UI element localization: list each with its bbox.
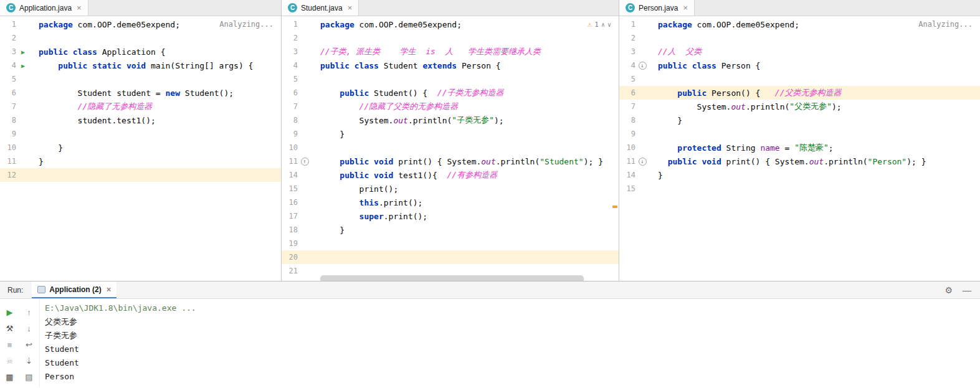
- gutter[interactable]: 9: [619, 130, 658, 138]
- code-line[interactable]: 4↓public class Person {: [619, 59, 980, 72]
- gutter[interactable]: 2: [0, 34, 39, 42]
- scroll-to-end-icon[interactable]: ⇣: [19, 353, 39, 369]
- code-line[interactable]: 10 protected String name = "陈楚豪";: [619, 141, 980, 154]
- close-icon[interactable]: ×: [683, 3, 688, 12]
- gutter[interactable]: 21: [282, 267, 320, 275]
- gutter[interactable]: 10: [619, 143, 658, 152]
- gutter[interactable]: 5: [0, 75, 39, 83]
- down-stack-trace-icon[interactable]: ↓: [19, 320, 39, 336]
- code-line[interactable]: 6 Student student = new Student();: [0, 86, 281, 100]
- close-icon[interactable]: ×: [107, 285, 112, 294]
- code-line[interactable]: 11}: [0, 154, 281, 168]
- code-line[interactable]: 2: [282, 31, 619, 45]
- code-line[interactable]: 19: [282, 237, 619, 250]
- gutter[interactable]: 4: [282, 61, 320, 70]
- gutter[interactable]: 1: [0, 20, 39, 29]
- gutter[interactable]: 6: [0, 88, 39, 97]
- hide-panel-icon[interactable]: —: [963, 285, 971, 295]
- rerun-icon[interactable]: ▶: [0, 304, 19, 320]
- gutter[interactable]: 8: [0, 116, 39, 125]
- close-icon[interactable]: ×: [77, 3, 82, 12]
- gutter[interactable]: 10: [282, 143, 320, 152]
- gutter[interactable]: 2: [282, 34, 320, 42]
- soft-wrap-icon[interactable]: ↩: [19, 336, 39, 353]
- inspection-widget[interactable]: ⚠1∧∨: [588, 20, 611, 29]
- code-line[interactable]: 9 }: [282, 127, 619, 141]
- prev-problem-icon[interactable]: ∧: [601, 21, 605, 28]
- overridden-method-icon[interactable]: ↓: [639, 62, 647, 70]
- gutter[interactable]: 6: [619, 88, 658, 97]
- up-stack-trace-icon[interactable]: ↑: [19, 304, 39, 320]
- next-problem-icon[interactable]: ∨: [607, 21, 611, 28]
- tab-application-java[interactable]: C Application.java ×: [0, 0, 88, 16]
- gutter[interactable]: 2: [619, 34, 658, 42]
- code-line[interactable]: 10: [282, 141, 619, 154]
- stop-icon[interactable]: ■: [0, 336, 19, 353]
- gutter[interactable]: 19: [282, 239, 320, 248]
- code-line[interactable]: 2: [0, 31, 281, 45]
- kill-process-icon[interactable]: ☠: [0, 353, 19, 369]
- code-line[interactable]: 7 //隐藏了无参构造器: [0, 100, 281, 113]
- gutter[interactable]: 8: [282, 116, 320, 125]
- code-line[interactable]: 4public class Student extends Person {: [282, 59, 619, 72]
- code-line[interactable]: 17 super.print();: [282, 209, 619, 223]
- gutter[interactable]: 3: [619, 47, 658, 56]
- code-line[interactable]: 1package com.OOP.deme05expend;Analyzing.…: [0, 17, 281, 31]
- gutter[interactable]: 5: [282, 75, 320, 83]
- gutter[interactable]: 7: [282, 102, 320, 111]
- console-output[interactable]: E:\Java\JDK1.8\bin\java.exe ...父类无参子类无参S…: [40, 299, 980, 387]
- code-line[interactable]: 8 System.out.println("子类无参");: [282, 113, 619, 127]
- code-line[interactable]: 15 print();: [282, 182, 619, 196]
- gutter[interactable]: 9: [0, 130, 39, 138]
- code-line[interactable]: 1package com.OOP.deme05expend;Analyzing.…: [619, 17, 980, 31]
- code-line[interactable]: 12: [0, 168, 281, 182]
- code-line[interactable]: 3▶public class Application {: [0, 45, 281, 59]
- gutter[interactable]: 4↓: [619, 61, 658, 70]
- code-line[interactable]: 7 System.out.println("父类无参");: [619, 100, 980, 113]
- gutter[interactable]: 14: [619, 171, 658, 179]
- code-line[interactable]: 18 }: [282, 223, 619, 237]
- gutter[interactable]: 11↓: [619, 157, 658, 166]
- code-line[interactable]: 16 this.print();: [282, 196, 619, 209]
- code-editor-student[interactable]: 1package com.OOP.deme05expend;⚠1∧∨23//子类…: [282, 16, 619, 278]
- code-editor-person[interactable]: 1package com.OOP.deme05expend;Analyzing.…: [619, 16, 980, 196]
- code-line[interactable]: 5: [619, 72, 980, 86]
- code-line[interactable]: 14 public void test1(){ //有参构造器: [282, 168, 619, 182]
- code-line[interactable]: 11↑ public void print() { System.out.pri…: [282, 154, 619, 168]
- gutter[interactable]: 20: [282, 253, 320, 262]
- scrollbar-warning-mark[interactable]: [612, 206, 617, 208]
- gutter[interactable]: 17: [282, 212, 320, 220]
- gutter[interactable]: 1: [619, 20, 658, 29]
- gutter[interactable]: 8: [619, 116, 658, 125]
- gutter[interactable]: 15: [619, 184, 658, 193]
- gutter[interactable]: 1: [282, 20, 320, 29]
- tab-student-java[interactable]: C Student.java ×: [282, 0, 359, 16]
- code-line[interactable]: 2: [619, 31, 980, 45]
- code-editor-application[interactable]: 1package com.OOP.deme05expend;Analyzing.…: [0, 16, 281, 182]
- code-line[interactable]: 1package com.OOP.deme05expend;⚠1∧∨: [282, 17, 619, 31]
- code-line[interactable]: 5: [0, 72, 281, 86]
- wrench-icon[interactable]: ⚒: [0, 320, 19, 336]
- gutter[interactable]: 3▶: [0, 47, 39, 56]
- gutter[interactable]: 16: [282, 198, 320, 207]
- code-line[interactable]: 15: [619, 182, 980, 196]
- gutter[interactable]: 5: [619, 75, 658, 83]
- code-line[interactable]: 3//子类, 派生类 学生 is 人 学生类需要继承人类: [282, 45, 619, 59]
- gutter[interactable]: 14: [282, 171, 320, 179]
- run-tab-application[interactable]: Application (2) ×: [32, 282, 117, 298]
- gutter[interactable]: 9: [282, 130, 320, 138]
- code-line[interactable]: 7 //隐藏了父类的无参构造器: [282, 100, 619, 113]
- tab-person-java[interactable]: C Person.java ×: [619, 0, 695, 16]
- run-line-icon[interactable]: ▶: [21, 49, 25, 55]
- gutter[interactable]: 11: [0, 157, 39, 166]
- close-icon[interactable]: ×: [348, 3, 353, 12]
- print-icon[interactable]: ▤: [19, 369, 39, 385]
- settings-gear-icon[interactable]: ⚙: [944, 285, 953, 295]
- code-line[interactable]: 10 }: [0, 141, 281, 154]
- gutter[interactable]: 3: [282, 47, 320, 56]
- code-line[interactable]: 4▶ public static void main(String[] args…: [0, 59, 281, 72]
- code-line[interactable]: 6 public Student() { //子类无参构造器: [282, 86, 619, 100]
- gutter[interactable]: 10: [0, 143, 39, 152]
- code-line[interactable]: 8 student.test1();: [0, 113, 281, 127]
- gutter[interactable]: 4▶: [0, 61, 39, 70]
